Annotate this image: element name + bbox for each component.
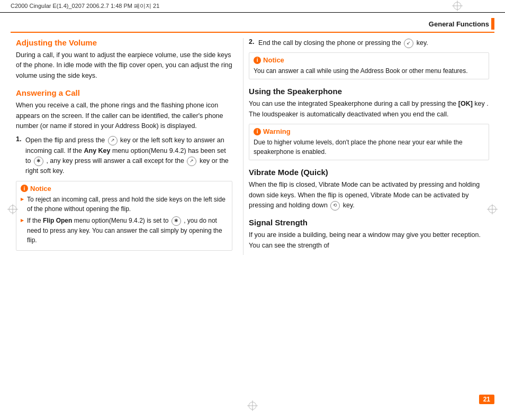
warning-header: i Warning [254, 127, 484, 135]
notice-box-1: i Notice To reject an incoming call, pre… [16, 181, 232, 251]
para-adjusting-volume: During a call, if you want to adjust the… [16, 50, 232, 81]
step2-number: 2. [249, 38, 256, 48]
ok-key-icon1: ✱ [34, 157, 43, 166]
end-key-icon: ↙ [404, 39, 413, 48]
notice1-bullet1: To reject an incoming call, press and ho… [21, 195, 228, 214]
step2-item: 2. End the call by closing the phone or … [249, 38, 489, 48]
registration-mark-right [487, 204, 498, 216]
notice1-icon: i [21, 185, 28, 192]
notice-box-2: i Notice You can answer a call while usi… [249, 52, 489, 79]
send-key-icon: ↗ [108, 136, 118, 145]
warning-icon: i [254, 128, 261, 135]
send-key-icon2: ↗ [187, 157, 196, 166]
warning-title: Warning [263, 127, 291, 135]
section-header-bar: General Functions [11, 13, 494, 33]
step1-text: Open the flip and press the ↗ key or the… [25, 135, 232, 177]
warning-box: i Warning Due to higher volume levels, d… [249, 124, 489, 160]
heading-vibrate: Vibrate Mode (Quick) [249, 168, 489, 177]
para-speakerphone: You can use the integrated Speakerphone … [249, 99, 489, 120]
step2-text: End the call by closing the phone or pre… [258, 38, 428, 48]
content-area: Adjusting the Volume During a call, if y… [0, 38, 505, 255]
notice2-text: You can answer a call while using the Ad… [254, 66, 484, 76]
notice1-title: Notice [30, 185, 51, 193]
registration-mark-bottom [247, 400, 258, 413]
para-answering-call: When you receive a call, the phone rings… [16, 101, 232, 131]
any-key-label: Any Key [84, 147, 110, 154]
para-signal: If you are inside a building, being near… [249, 230, 489, 251]
page-header: C2000 Cingular E(1.4)_0207 2006.2.7 1:48… [0, 0, 505, 13]
registration-mark-left [7, 204, 18, 216]
section-label: General Functions [429, 20, 489, 28]
left-column: Adjusting the Volume During a call, if y… [16, 38, 243, 255]
registration-mark-header [452, 1, 463, 12]
heading-speakerphone: Using the Speakerphone [249, 87, 489, 96]
heading-adjusting-volume: Adjusting the Volume [16, 38, 232, 47]
notice2-icon: i [254, 57, 261, 64]
heading-signal: Signal Strength [249, 218, 489, 227]
warning-text: Due to higher volume levels, don't place… [254, 138, 484, 157]
step1-number: 1. [16, 135, 23, 177]
page-container: C2000 Cingular E(1.4)_0207 2006.2.7 1:48… [0, 0, 505, 420]
ok-key-icon2: ✱ [172, 216, 181, 226]
notice2-title: Notice [263, 56, 284, 64]
notice2-header: i Notice [254, 56, 484, 64]
right-column: 2. End the call by closing the phone or … [243, 38, 489, 255]
heading-answering-call: Answering a Call [16, 88, 232, 97]
step1-item: 1. Open the flip and press the ↗ key or … [16, 135, 232, 177]
page-number-badge: 21 [479, 395, 494, 404]
header-text: C2000 Cingular E(1.4)_0207 2006.2.7 1:48… [11, 2, 159, 10]
para-vibrate: When the flip is closed, Vibrate Mode ca… [249, 180, 489, 211]
orange-tab [491, 18, 494, 30]
notice1-bullet2: If the Flip Open menu option(Menu 9.4.2)… [21, 216, 228, 245]
vibrate-key-icon: ⟲ [330, 201, 340, 211]
notice1-header: i Notice [21, 185, 228, 193]
